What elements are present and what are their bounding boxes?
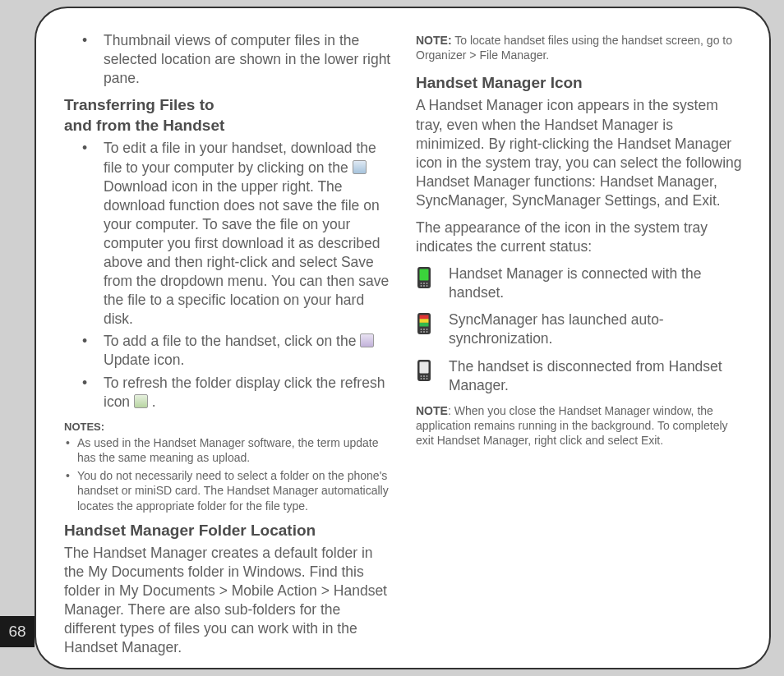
intro-bullet: Thumbnail views of computer files in the… bbox=[64, 31, 391, 88]
page-number: 68 bbox=[8, 623, 25, 641]
notes-label: NOTES: bbox=[64, 420, 391, 434]
intro-bullet-list: Thumbnail views of computer files in the… bbox=[64, 31, 391, 88]
text-before-update-icon: To add a file to the handset, click on t… bbox=[104, 333, 360, 349]
small-note-2: You do not necessarily need to select a … bbox=[64, 468, 391, 513]
right-column: NOTE: To locate handset files using the … bbox=[416, 31, 743, 645]
transfer-bullet-list: To edit a file in your handset, download… bbox=[64, 139, 391, 411]
icon-paragraph-1: A Handset Manager icon appears in the sy… bbox=[416, 96, 743, 210]
svg-point-4 bbox=[427, 283, 428, 284]
svg-point-24 bbox=[423, 378, 425, 379]
heading-handset-manager-icon: Handset Manager Icon bbox=[416, 72, 743, 93]
left-column: Thumbnail views of computer files in the… bbox=[64, 31, 391, 645]
text-after-update-icon: Update icon. bbox=[104, 352, 184, 368]
page-number-tab: 68 bbox=[0, 616, 35, 647]
heading-transferring-files: Transferring Files to and from the Hands… bbox=[64, 94, 391, 136]
svg-rect-19 bbox=[420, 361, 429, 373]
two-column-layout: Thumbnail views of computer files in the… bbox=[64, 31, 743, 645]
svg-point-12 bbox=[421, 329, 422, 330]
bottom-note-text: : When you close the Handset Manager win… bbox=[416, 404, 728, 447]
transfer-bullet-edit: To edit a file in your handset, download… bbox=[64, 139, 391, 329]
status-disconnected-text: The handset is disconnected from Handset… bbox=[449, 357, 743, 395]
transfer-bullet-refresh: To refresh the folder display click the … bbox=[64, 374, 391, 412]
manual-page: 68 Thumbnail views of computer files in … bbox=[0, 0, 784, 676]
svg-point-17 bbox=[427, 331, 428, 333]
status-sync-text: SyncManager has launched auto-synchroniz… bbox=[449, 310, 743, 348]
icon-paragraph-2: The appearance of the icon in the system… bbox=[416, 218, 743, 256]
svg-point-13 bbox=[423, 329, 425, 330]
svg-point-7 bbox=[427, 285, 428, 287]
svg-point-20 bbox=[421, 375, 422, 377]
text-before-download-icon: To edit a file in your handset, download… bbox=[104, 140, 376, 175]
update-icon bbox=[360, 333, 374, 347]
svg-rect-9 bbox=[420, 315, 429, 320]
svg-rect-10 bbox=[420, 320, 429, 324]
svg-point-25 bbox=[427, 378, 428, 379]
folder-location-paragraph: The Handset Manager creates a default fo… bbox=[64, 544, 391, 658]
svg-point-14 bbox=[427, 329, 428, 330]
status-icon-list: Handset Manager is connected with the ha… bbox=[416, 264, 743, 395]
status-item-sync: SyncManager has launched auto-synchroniz… bbox=[416, 310, 743, 348]
bottom-note-label: NOTE bbox=[416, 404, 448, 417]
svg-point-22 bbox=[427, 375, 428, 377]
phone-sync-icon bbox=[416, 312, 432, 335]
small-note-1: As used in the Handset Manager software,… bbox=[64, 435, 391, 465]
top-note-label: NOTE: bbox=[416, 34, 452, 47]
small-notes-list: As used in the Handset Manager software,… bbox=[64, 435, 391, 513]
phone-connected-icon bbox=[416, 266, 432, 289]
top-note-text: To locate handset files using the handse… bbox=[416, 34, 732, 62]
status-connected-text: Handset Manager is connected with the ha… bbox=[449, 264, 743, 302]
download-icon bbox=[353, 160, 367, 174]
top-note: NOTE: To locate handset files using the … bbox=[416, 33, 743, 62]
svg-point-5 bbox=[421, 285, 422, 287]
text-after-download-icon: Download icon in the upper right. The do… bbox=[104, 178, 389, 328]
transfer-bullet-add: To add a file to the handset, click on t… bbox=[64, 332, 391, 370]
status-item-connected: Handset Manager is connected with the ha… bbox=[416, 264, 743, 302]
svg-rect-11 bbox=[420, 323, 429, 327]
heading-line-2: and from the Handset bbox=[64, 117, 224, 134]
bottom-note: NOTE: When you close the Handset Manager… bbox=[416, 403, 743, 448]
svg-point-15 bbox=[421, 331, 422, 333]
phone-disconnected-icon bbox=[416, 359, 432, 382]
svg-point-23 bbox=[421, 378, 422, 379]
svg-point-2 bbox=[421, 283, 422, 284]
page-sheet: Thumbnail views of computer files in the… bbox=[35, 7, 771, 669]
svg-point-16 bbox=[423, 331, 425, 333]
svg-point-6 bbox=[423, 285, 425, 287]
refresh-icon bbox=[134, 394, 148, 408]
heading-folder-location: Handset Manager Folder Location bbox=[64, 520, 391, 540]
svg-rect-1 bbox=[420, 269, 429, 281]
heading-line-1: Transferring Files to bbox=[64, 96, 214, 113]
svg-point-21 bbox=[423, 375, 425, 377]
text-after-refresh-icon: . bbox=[152, 393, 156, 410]
svg-point-3 bbox=[423, 283, 425, 284]
status-item-disconnected: The handset is disconnected from Handset… bbox=[416, 357, 743, 395]
